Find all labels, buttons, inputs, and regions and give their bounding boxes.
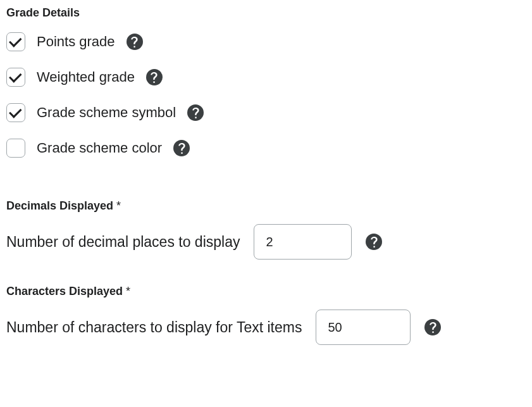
weighted-grade-checkbox[interactable] — [6, 68, 25, 87]
required-asterisk: * — [113, 199, 121, 212]
decimals-displayed-heading: Decimals Displayed * — [6, 199, 526, 213]
characters-row: Number of characters to display for Text… — [6, 310, 526, 345]
points-grade-label: Points grade — [37, 34, 115, 50]
grade-scheme-symbol-row: Grade scheme symbol — [6, 103, 526, 122]
decimal-places-label: Number of decimal places to display — [6, 234, 240, 251]
decimal-places-row: Number of decimal places to display — [6, 224, 526, 260]
points-grade-row: Points grade — [6, 32, 526, 51]
grade-scheme-color-help-icon[interactable] — [173, 140, 190, 156]
weighted-grade-help-icon[interactable] — [146, 69, 163, 85]
grade-scheme-symbol-label: Grade scheme symbol — [37, 104, 176, 121]
required-asterisk: * — [123, 285, 130, 297]
weighted-grade-label: Weighted grade — [37, 69, 135, 85]
weighted-grade-row: Weighted grade — [6, 68, 526, 87]
characters-help-icon[interactable] — [424, 319, 441, 335]
decimal-places-input[interactable] — [254, 224, 352, 260]
characters-label: Number of characters to display for Text… — [6, 319, 302, 336]
grade-scheme-color-row: Grade scheme color — [6, 139, 526, 158]
points-grade-help-icon[interactable] — [127, 34, 143, 50]
grade-scheme-symbol-help-icon[interactable] — [187, 104, 204, 121]
grade-scheme-color-label: Grade scheme color — [37, 140, 162, 156]
characters-input[interactable] — [316, 310, 411, 345]
grade-scheme-color-checkbox[interactable] — [6, 139, 25, 158]
points-grade-checkbox[interactable] — [6, 32, 25, 51]
grade-details-heading: Grade Details — [6, 6, 526, 20]
characters-displayed-heading: Characters Displayed * — [6, 285, 526, 298]
grade-scheme-symbol-checkbox[interactable] — [6, 103, 25, 122]
decimal-places-help-icon[interactable] — [366, 234, 382, 250]
